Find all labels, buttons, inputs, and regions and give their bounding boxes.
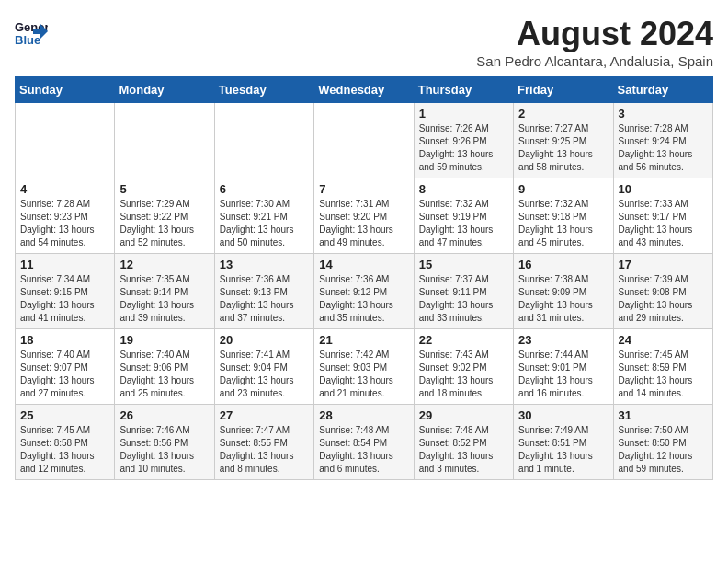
day-info: Sunrise: 7:35 AM Sunset: 9:14 PM Dayligh… (119, 273, 209, 325)
week-row-4: 18Sunrise: 7:40 AM Sunset: 9:07 PM Dayli… (16, 329, 713, 405)
day-number: 6 (220, 182, 309, 196)
header-cell-sunday: Sunday (16, 77, 115, 103)
day-number: 16 (518, 258, 608, 271)
day-cell: 26Sunrise: 7:46 AM Sunset: 8:56 PM Dayli… (115, 405, 214, 480)
day-number: 18 (20, 333, 109, 347)
day-number: 5 (119, 182, 209, 196)
header-cell-thursday: Thursday (414, 77, 513, 103)
day-cell (314, 103, 414, 178)
day-info: Sunrise: 7:49 AM Sunset: 8:51 PM Dayligh… (518, 424, 608, 476)
day-cell: 28Sunrise: 7:48 AM Sunset: 8:54 PM Dayli… (314, 405, 414, 480)
day-info: Sunrise: 7:39 AM Sunset: 9:08 PM Dayligh… (619, 273, 708, 325)
day-number: 3 (619, 107, 708, 121)
day-info: Sunrise: 7:28 AM Sunset: 9:24 PM Dayligh… (619, 122, 708, 174)
day-number: 14 (319, 258, 408, 271)
day-cell: 13Sunrise: 7:36 AM Sunset: 9:13 PM Dayli… (214, 254, 313, 329)
calendar-subtitle: San Pedro Alcantara, Andalusia, Spain (476, 53, 713, 69)
day-info: Sunrise: 7:32 AM Sunset: 9:19 PM Dayligh… (419, 198, 508, 249)
day-info: Sunrise: 7:45 AM Sunset: 8:58 PM Dayligh… (20, 424, 109, 476)
day-cell: 27Sunrise: 7:47 AM Sunset: 8:55 PM Dayli… (214, 405, 313, 480)
day-cell: 3Sunrise: 7:28 AM Sunset: 9:24 PM Daylig… (613, 103, 712, 178)
day-info: Sunrise: 7:26 AM Sunset: 9:26 PM Dayligh… (419, 122, 508, 174)
day-number: 1 (419, 107, 508, 121)
day-info: Sunrise: 7:38 AM Sunset: 9:09 PM Dayligh… (518, 273, 608, 325)
day-info: Sunrise: 7:44 AM Sunset: 9:01 PM Dayligh… (518, 349, 608, 400)
day-number: 17 (619, 258, 708, 271)
calendar-header-row: SundayMondayTuesdayWednesdayThursdayFrid… (16, 77, 713, 103)
day-cell: 1Sunrise: 7:26 AM Sunset: 9:26 PM Daylig… (414, 103, 513, 178)
day-info: Sunrise: 7:33 AM Sunset: 9:17 PM Dayligh… (619, 198, 708, 249)
day-number: 19 (119, 333, 209, 347)
day-cell: 16Sunrise: 7:38 AM Sunset: 9:09 PM Dayli… (514, 254, 613, 329)
day-cell: 7Sunrise: 7:31 AM Sunset: 9:20 PM Daylig… (314, 178, 414, 254)
day-cell: 9Sunrise: 7:32 AM Sunset: 9:18 PM Daylig… (514, 178, 613, 254)
day-number: 9 (518, 182, 608, 196)
day-number: 25 (20, 408, 109, 422)
day-info: Sunrise: 7:46 AM Sunset: 8:56 PM Dayligh… (119, 424, 209, 476)
day-number: 12 (119, 258, 209, 271)
day-cell: 14Sunrise: 7:36 AM Sunset: 9:12 PM Dayli… (314, 254, 414, 329)
header-cell-tuesday: Tuesday (214, 77, 313, 103)
day-number: 23 (518, 333, 608, 347)
day-cell: 11Sunrise: 7:34 AM Sunset: 9:15 PM Dayli… (16, 254, 115, 329)
day-cell (16, 103, 115, 178)
day-cell: 21Sunrise: 7:42 AM Sunset: 9:03 PM Dayli… (314, 329, 414, 405)
day-number: 27 (220, 408, 309, 422)
day-info: Sunrise: 7:43 AM Sunset: 9:02 PM Dayligh… (419, 349, 508, 400)
day-info: Sunrise: 7:30 AM Sunset: 9:21 PM Dayligh… (220, 198, 309, 249)
day-cell: 4Sunrise: 7:28 AM Sunset: 9:23 PM Daylig… (16, 178, 115, 254)
week-row-5: 25Sunrise: 7:45 AM Sunset: 8:58 PM Dayli… (16, 405, 713, 480)
day-number: 24 (619, 333, 708, 347)
day-info: Sunrise: 7:34 AM Sunset: 9:15 PM Dayligh… (20, 273, 109, 325)
day-info: Sunrise: 7:27 AM Sunset: 9:25 PM Dayligh… (518, 122, 608, 174)
day-cell: 25Sunrise: 7:45 AM Sunset: 8:58 PM Dayli… (16, 405, 115, 480)
day-info: Sunrise: 7:29 AM Sunset: 9:22 PM Dayligh… (119, 198, 209, 249)
day-number: 15 (419, 258, 508, 271)
week-row-1: 1Sunrise: 7:26 AM Sunset: 9:26 PM Daylig… (16, 103, 713, 178)
day-number: 10 (619, 182, 708, 196)
day-number: 21 (319, 333, 408, 347)
svg-text:Blue: Blue (15, 33, 40, 47)
logo: General Blue (15, 15, 48, 48)
day-number: 4 (20, 182, 109, 196)
header: General Blue August 2024 San Pedro Alcan… (15, 15, 713, 69)
day-info: Sunrise: 7:48 AM Sunset: 8:54 PM Dayligh… (319, 424, 408, 476)
day-number: 7 (319, 182, 408, 196)
day-cell: 6Sunrise: 7:30 AM Sunset: 9:21 PM Daylig… (214, 178, 313, 254)
header-cell-wednesday: Wednesday (314, 77, 414, 103)
day-info: Sunrise: 7:48 AM Sunset: 8:52 PM Dayligh… (419, 424, 508, 476)
day-number: 22 (419, 333, 508, 347)
day-cell: 22Sunrise: 7:43 AM Sunset: 9:02 PM Dayli… (414, 329, 513, 405)
day-info: Sunrise: 7:42 AM Sunset: 9:03 PM Dayligh… (319, 349, 408, 400)
week-row-3: 11Sunrise: 7:34 AM Sunset: 9:15 PM Dayli… (16, 254, 713, 329)
day-info: Sunrise: 7:41 AM Sunset: 9:04 PM Dayligh… (220, 349, 309, 400)
day-cell (214, 103, 313, 178)
header-cell-monday: Monday (115, 77, 214, 103)
day-info: Sunrise: 7:37 AM Sunset: 9:11 PM Dayligh… (419, 273, 508, 325)
logo-icon: General Blue (15, 15, 48, 48)
day-info: Sunrise: 7:36 AM Sunset: 9:13 PM Dayligh… (220, 273, 309, 325)
day-cell: 10Sunrise: 7:33 AM Sunset: 9:17 PM Dayli… (613, 178, 712, 254)
day-cell: 19Sunrise: 7:40 AM Sunset: 9:06 PM Dayli… (115, 329, 214, 405)
day-number: 2 (518, 107, 608, 121)
day-cell: 18Sunrise: 7:40 AM Sunset: 9:07 PM Dayli… (16, 329, 115, 405)
day-info: Sunrise: 7:36 AM Sunset: 9:12 PM Dayligh… (319, 273, 408, 325)
day-info: Sunrise: 7:32 AM Sunset: 9:18 PM Dayligh… (518, 198, 608, 249)
day-cell: 20Sunrise: 7:41 AM Sunset: 9:04 PM Dayli… (214, 329, 313, 405)
day-number: 20 (220, 333, 309, 347)
header-cell-friday: Friday (514, 77, 613, 103)
header-cell-saturday: Saturday (613, 77, 712, 103)
day-cell: 24Sunrise: 7:45 AM Sunset: 8:59 PM Dayli… (613, 329, 712, 405)
title-area: August 2024 San Pedro Alcantara, Andalus… (476, 15, 713, 69)
day-info: Sunrise: 7:47 AM Sunset: 8:55 PM Dayligh… (220, 424, 309, 476)
day-cell: 31Sunrise: 7:50 AM Sunset: 8:50 PM Dayli… (613, 405, 712, 480)
day-info: Sunrise: 7:50 AM Sunset: 8:50 PM Dayligh… (619, 424, 708, 476)
day-number: 31 (619, 408, 708, 422)
day-cell: 12Sunrise: 7:35 AM Sunset: 9:14 PM Dayli… (115, 254, 214, 329)
day-info: Sunrise: 7:40 AM Sunset: 9:06 PM Dayligh… (119, 349, 209, 400)
day-number: 26 (119, 408, 209, 422)
day-number: 30 (518, 408, 608, 422)
week-row-2: 4Sunrise: 7:28 AM Sunset: 9:23 PM Daylig… (16, 178, 713, 254)
day-number: 8 (419, 182, 508, 196)
day-cell: 2Sunrise: 7:27 AM Sunset: 9:25 PM Daylig… (514, 103, 613, 178)
